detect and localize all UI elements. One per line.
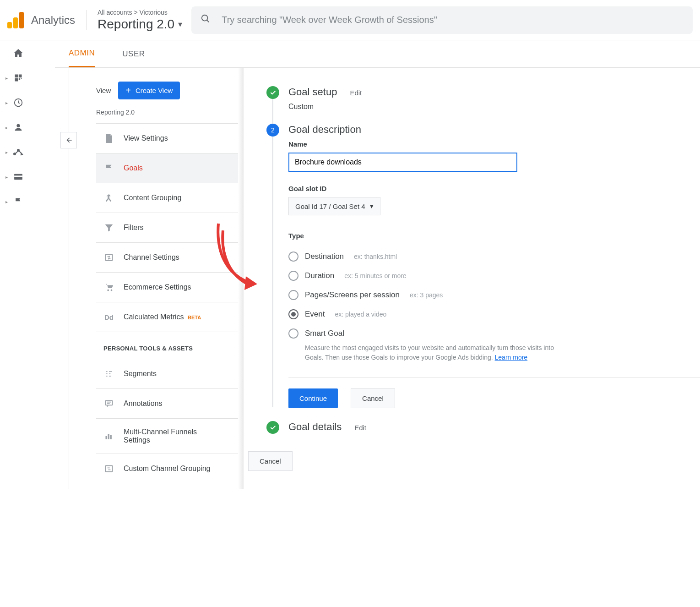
sidebar-item-label: Segments <box>124 370 157 378</box>
search-icon <box>201 14 211 27</box>
radio-icon[interactable] <box>288 271 298 281</box>
svg-point-15 <box>111 290 113 291</box>
goal-name-input[interactable] <box>288 153 517 172</box>
svg-rect-16 <box>106 400 113 405</box>
create-view-button[interactable]: + Create View <box>118 82 180 99</box>
radio-hint: ex: thanks.html <box>354 253 397 260</box>
collapse-button[interactable] <box>60 132 77 148</box>
radio-destination[interactable]: Destination ex: thanks.html <box>288 247 700 266</box>
sidebar-item-channel-settings[interactable]: Channel Settings <box>96 243 238 273</box>
comment-icon <box>103 398 114 409</box>
swap-icon <box>103 252 114 263</box>
step-title: Goal description <box>288 124 361 136</box>
dashboard-icon[interactable]: ▸ <box>13 72 24 83</box>
radio-icon[interactable] <box>288 328 298 339</box>
svg-point-14 <box>107 290 109 291</box>
bottom-cancel-row: Cancel <box>248 451 700 471</box>
cart-icon <box>103 282 114 293</box>
collapse-col <box>55 68 82 489</box>
conversion-icon[interactable]: ▸ <box>13 147 24 158</box>
left-rail: ▸ ▸ ▸ ▸ ▸ ▸ <box>0 40 37 207</box>
cancel-button[interactable]: Cancel <box>351 388 395 408</box>
plus-icon: + <box>125 85 131 96</box>
radio-event[interactable]: Event ex: played a video <box>288 305 700 324</box>
goal-slot-select[interactable]: Goal Id 17 / Goal Set 4 ▾ <box>288 197 380 215</box>
edit-link[interactable]: Edit <box>350 89 362 97</box>
sidebar-item-label: Ecommerce Settings <box>124 283 191 291</box>
step-goal-details: Goal details Edit <box>266 421 700 437</box>
radio-duration[interactable]: Duration ex: 5 minutes or more <box>288 266 700 285</box>
radio-hint: ex: 3 pages <box>410 291 443 299</box>
step-goal-description: 2 Goal description Name Goal slot ID Goa… <box>266 124 700 408</box>
svg-rect-6 <box>21 78 22 79</box>
tab-user[interactable]: USER <box>122 41 145 67</box>
sidebar-item-calculated-metrics[interactable]: Dd Calculated Metrics BETA <box>96 302 238 332</box>
sidebar-item-segments[interactable]: Segments <box>96 359 238 389</box>
radio-icon[interactable] <box>288 290 298 300</box>
check-icon <box>266 421 279 434</box>
scroll-divider[interactable] <box>238 68 244 489</box>
sidebar-item-label: Multi-Channel Funnels Settings <box>124 428 215 444</box>
radio-label: Duration <box>305 271 334 280</box>
sidebar-item-filters[interactable]: Filters <box>96 213 238 243</box>
step-setup-value: Custom <box>288 103 700 111</box>
radio-label: Destination <box>305 252 344 261</box>
sidebar-item-label: Custom Channel Grouping <box>124 465 210 473</box>
sidebar-item-goals[interactable]: Goals <box>96 153 238 183</box>
type-label: Type <box>288 232 700 240</box>
svg-rect-18 <box>108 434 109 439</box>
svg-point-9 <box>14 153 16 155</box>
brand-name: Analytics <box>31 14 75 27</box>
sidebar-item-content-grouping[interactable]: Content Grouping <box>96 183 238 213</box>
step-number-badge: 2 <box>266 124 279 137</box>
button-row: Continue Cancel <box>288 388 700 408</box>
tools-list: Segments Annotations Multi-Channel Funne… <box>96 359 238 483</box>
sidebar-item-label: View Settings <box>124 134 168 142</box>
svg-rect-20 <box>106 465 113 471</box>
tab-row: ADMIN USER <box>55 40 700 68</box>
side-list: View Settings Goals Content Grouping Fil… <box>96 124 238 332</box>
edit-link[interactable]: Edit <box>354 424 366 432</box>
svg-rect-19 <box>110 435 112 439</box>
sidebar-item-label: Content Grouping <box>124 194 181 202</box>
radio-icon[interactable] <box>288 309 298 319</box>
logo-block: Analytics <box>7 12 75 28</box>
clock-icon[interactable]: ▸ <box>13 97 24 108</box>
search-input[interactable] <box>222 15 684 25</box>
section-header-personal: PERSONAL TOOLS & ASSETS <box>96 332 238 359</box>
sidebar-item-annotations[interactable]: Annotations <box>96 389 238 419</box>
name-label: Name <box>288 140 700 148</box>
sidebar-item-label: Filters <box>124 224 144 232</box>
continue-button[interactable]: Continue <box>288 388 338 408</box>
svg-rect-3 <box>19 75 22 78</box>
step-title: Goal setup <box>288 86 337 98</box>
create-view-label: Create View <box>136 87 173 94</box>
radio-smart-goal[interactable]: Smart Goal <box>288 324 700 343</box>
sidebar-item-mcf-settings[interactable]: Multi-Channel Funnels Settings <box>96 419 238 454</box>
radio-pages[interactable]: Pages/Screens per session ex: 3 pages <box>288 285 700 305</box>
card-icon[interactable]: ▸ <box>13 171 24 182</box>
account-switcher[interactable]: All accounts > Victorious Reporting 2.0 … <box>98 9 182 32</box>
svg-point-8 <box>16 124 20 127</box>
check-icon <box>266 86 279 99</box>
flag-icon[interactable]: ▸ <box>13 196 24 207</box>
view-header: View + Create View <box>96 82 238 99</box>
radio-label: Pages/Screens per session <box>305 290 400 300</box>
sidebar-item-view-settings[interactable]: View Settings <box>96 124 238 153</box>
sidebar-item-custom-channel-grouping[interactable]: Custom Channel Grouping <box>96 454 238 483</box>
funnel-icon <box>103 222 114 233</box>
slot-value: Goal Id 17 / Goal Set 4 <box>295 202 365 210</box>
radio-icon[interactable] <box>288 252 298 262</box>
dd-icon: Dd <box>103 312 114 323</box>
svg-line-1 <box>207 20 209 22</box>
cancel-button[interactable]: Cancel <box>248 451 293 471</box>
home-icon[interactable] <box>13 48 24 59</box>
slot-label: Goal slot ID <box>288 185 700 192</box>
tab-admin[interactable]: ADMIN <box>69 40 95 67</box>
svg-rect-17 <box>106 436 107 439</box>
learn-more-link[interactable]: Learn more <box>495 354 528 361</box>
swap-icon <box>103 463 114 474</box>
sidebar-item-ecommerce-settings[interactable]: Ecommerce Settings <box>96 273 238 302</box>
user-icon[interactable]: ▸ <box>13 122 24 133</box>
search-bar[interactable] <box>191 6 693 34</box>
